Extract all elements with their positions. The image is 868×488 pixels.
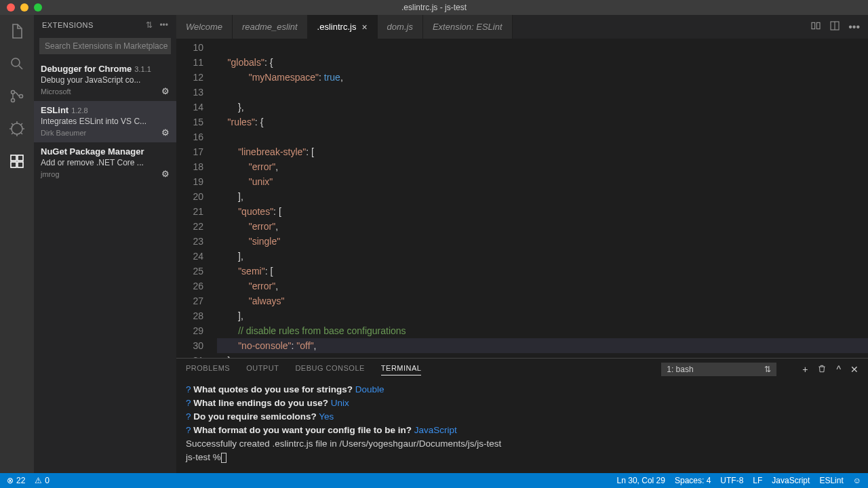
- editor-tab[interactable]: dom.js: [378, 15, 423, 39]
- extensions-icon[interactable]: [7, 152, 26, 171]
- svg-point-1: [12, 91, 15, 94]
- editor-tab[interactable]: Welcome: [176, 15, 233, 39]
- files-icon[interactable]: [7, 22, 26, 41]
- new-terminal-icon[interactable]: +: [802, 364, 808, 375]
- ext-name: NuGet Package Manager: [41, 146, 170, 157]
- editor-tab[interactable]: readme_eslint: [233, 15, 308, 39]
- status-language[interactable]: JavaScript: [772, 476, 810, 485]
- panel-close-icon[interactable]: ✕: [850, 364, 859, 375]
- more-icon[interactable]: •••: [159, 20, 168, 30]
- status-errors[interactable]: ⊗ 22: [7, 476, 25, 485]
- status-cursor-position[interactable]: Ln 30, Col 29: [617, 476, 665, 485]
- titlebar: .eslintrc.js - js-test: [0, 0, 868, 15]
- kill-terminal-icon[interactable]: [817, 364, 827, 375]
- svg-point-2: [12, 99, 15, 102]
- status-feedback-icon[interactable]: ☺: [853, 476, 861, 485]
- panel-tab[interactable]: TERMINAL: [381, 364, 422, 375]
- window-maximize-icon[interactable]: [34, 3, 42, 12]
- panel-tab[interactable]: OUTPUT: [246, 364, 279, 375]
- terminal-selector[interactable]: 1: bash⇅: [661, 363, 776, 376]
- status-eslint[interactable]: ESLint: [819, 476, 843, 485]
- code-editor[interactable]: 1011121314151617181920212223242526272829…: [176, 39, 868, 358]
- extension-item[interactable]: NuGet Package Manager Add or remove .NET…: [34, 142, 176, 184]
- gear-icon[interactable]: ⚙: [161, 169, 170, 179]
- svg-point-0: [12, 58, 20, 66]
- search-icon[interactable]: [7, 54, 26, 73]
- svg-rect-10: [817, 22, 821, 28]
- debug-icon[interactable]: [7, 119, 26, 138]
- extension-item[interactable]: ESLint1.2.8 Integrates ESLint into VS C.…: [34, 101, 176, 142]
- status-warnings[interactable]: ⚠ 0: [35, 476, 50, 485]
- more-actions-icon[interactable]: •••: [848, 21, 860, 33]
- extensions-search-input[interactable]: Search Extensions in Marketplace: [39, 38, 171, 54]
- terminal-content[interactable]: ? What quotes do you use for strings? Do…: [176, 380, 868, 473]
- split-editor-icon[interactable]: [829, 20, 840, 34]
- svg-rect-8: [18, 162, 23, 167]
- svg-rect-6: [18, 155, 23, 161]
- sidebar-title: EXTENSIONS: [42, 21, 94, 29]
- gear-icon[interactable]: ⚙: [161, 86, 170, 96]
- panel-maximize-icon[interactable]: ^: [836, 364, 841, 375]
- ext-description: Add or remove .NET Core ...: [41, 158, 170, 167]
- window-close-icon[interactable]: [7, 3, 15, 12]
- tab-label: .eslintrc.js: [317, 22, 357, 32]
- svg-point-4: [12, 123, 22, 134]
- compare-icon[interactable]: [810, 20, 821, 34]
- svg-rect-7: [11, 162, 16, 167]
- sidebar: EXTENSIONS ⇅ ••• Search Extensions in Ma…: [34, 15, 176, 473]
- svg-rect-5: [11, 155, 16, 161]
- status-encoding[interactable]: UTF-8: [720, 476, 743, 485]
- status-indentation[interactable]: Spaces: 4: [675, 476, 711, 485]
- tab-label: dom.js: [387, 22, 413, 32]
- source-control-icon[interactable]: [7, 87, 26, 106]
- window-minimize-icon[interactable]: [20, 3, 28, 12]
- ext-name: ESLint1.2.8: [41, 105, 170, 115]
- panel-tab[interactable]: DEBUG CONSOLE: [295, 364, 364, 375]
- filter-icon[interactable]: ⇅: [146, 20, 153, 30]
- editor-tab[interactable]: .eslintrc.js×: [308, 15, 378, 39]
- tab-label: Welcome: [186, 22, 222, 32]
- ext-description: Debug your JavaScript co...: [41, 75, 170, 85]
- tab-label: Extension: ESLint: [433, 22, 502, 32]
- gear-icon[interactable]: ⚙: [161, 127, 170, 138]
- activity-bar: [0, 15, 34, 473]
- svg-rect-9: [812, 22, 815, 28]
- svg-point-3: [20, 95, 23, 98]
- status-eol[interactable]: LF: [753, 476, 762, 485]
- ext-publisher: Dirk Baeumer: [41, 129, 86, 137]
- panel-tab[interactable]: PROBLEMS: [186, 364, 230, 375]
- ext-publisher: Microsoft: [41, 87, 71, 96]
- bottom-panel: PROBLEMSOUTPUTDEBUG CONSOLETERMINAL 1: b…: [176, 358, 868, 473]
- status-bar: ⊗ 22 ⚠ 0 Ln 30, Col 29 Spaces: 4 UTF-8 L…: [0, 473, 868, 488]
- chevron-updown-icon: ⇅: [764, 365, 771, 374]
- ext-name: Debugger for Chrome3.1.1: [41, 64, 170, 74]
- editor-tab[interactable]: Extension: ESLint: [423, 15, 513, 39]
- window-title: .eslintrc.js - js-test: [401, 3, 467, 12]
- extension-item[interactable]: Debugger for Chrome3.1.1 Debug your Java…: [34, 60, 176, 101]
- editor-tabs: Welcomereadme_eslint.eslintrc.js×dom.jsE…: [176, 15, 868, 39]
- ext-publisher: jmrog: [41, 170, 60, 178]
- close-icon[interactable]: ×: [361, 22, 367, 32]
- ext-description: Integrates ESLint into VS C...: [41, 117, 170, 126]
- tab-label: readme_eslint: [242, 22, 298, 32]
